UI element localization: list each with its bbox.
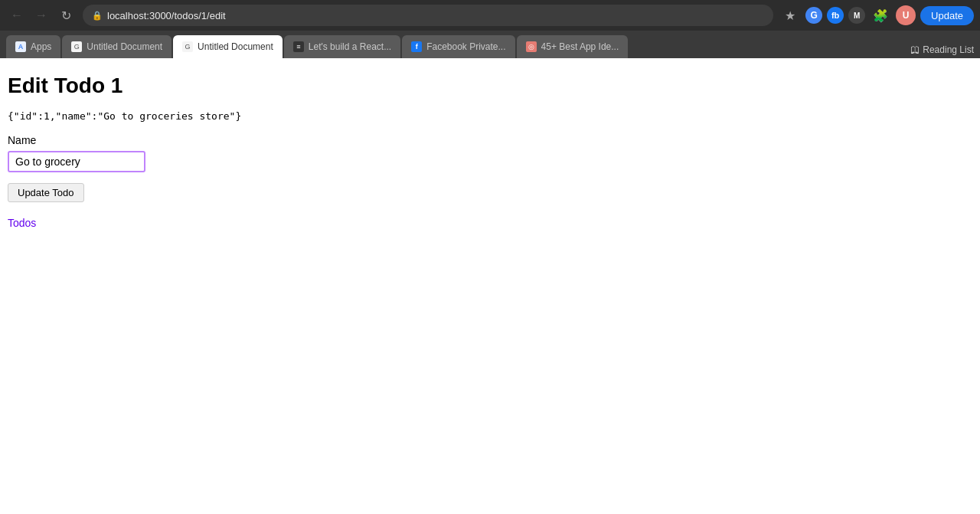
tab-favicon-facebook: f: [411, 41, 422, 52]
tab-favicon-apps: A: [15, 41, 26, 52]
forward-button[interactable]: →: [31, 5, 52, 26]
tabs-right: 🕮 Reading List: [910, 44, 974, 58]
name-input[interactable]: [8, 151, 145, 172]
browser-chrome: ← → ↻ 🔒 ★ G fb M 🧩 U Update A Apps G Unt…: [0, 0, 980, 58]
reading-list-icon: 🕮: [910, 44, 920, 55]
tab-untitled-1[interactable]: G Untitled Document: [62, 35, 172, 58]
tab-app-ideas[interactable]: ◎ 45+ Best App Ide...: [517, 35, 629, 58]
nav-buttons: ← → ↻: [6, 5, 77, 26]
tab-apps[interactable]: A Apps: [6, 35, 60, 58]
address-bar[interactable]: 🔒: [83, 5, 773, 26]
tab-label-untitled-2: Untitled Document: [198, 41, 273, 52]
page-content: Edit Todo 1 {"id":1,"name":"Go to grocer…: [0, 58, 980, 514]
medium-ext-icon[interactable]: M: [848, 7, 865, 24]
profile-avatar[interactable]: U: [896, 5, 916, 25]
reading-list-button[interactable]: 🕮 Reading List: [910, 44, 974, 55]
update-todo-button[interactable]: Update Todo: [8, 183, 84, 202]
reading-list-label: Reading List: [923, 44, 974, 55]
tab-label-untitled-1: Untitled Document: [87, 41, 162, 52]
back-button[interactable]: ←: [6, 5, 28, 26]
tab-favicon-react: ≡: [293, 41, 304, 52]
lock-icon: 🔒: [92, 11, 103, 21]
tabs-bar: A Apps G Untitled Document G Untitled Do…: [0, 31, 980, 58]
chrome-update-button[interactable]: Update: [920, 6, 974, 25]
tab-favicon-untitled-2: G: [182, 41, 193, 52]
toolbar-icons: ★ G fb M 🧩 U Update: [779, 5, 974, 26]
json-display: {"id":1,"name":"Go to groceries store"}: [8, 110, 972, 122]
tab-favicon-untitled-1: G: [71, 41, 82, 52]
tab-label-facebook: Facebook Private...: [426, 41, 505, 52]
tab-facebook[interactable]: f Facebook Private...: [402, 35, 514, 58]
tab-favicon-app-ideas: ◎: [526, 41, 537, 52]
tab-label-apps: Apps: [31, 41, 51, 52]
tab-untitled-2[interactable]: G Untitled Document: [173, 35, 283, 58]
name-label: Name: [8, 134, 972, 146]
todos-link[interactable]: Todos: [8, 217, 36, 229]
tab-label-app-ideas: 45+ Best App Ide...: [541, 41, 619, 52]
tab-label-react: Let's build a React...: [309, 41, 391, 52]
tab-react[interactable]: ≡ Let's build a React...: [284, 35, 400, 58]
reload-button[interactable]: ↻: [55, 5, 77, 26]
browser-toolbar: ← → ↻ 🔒 ★ G fb M 🧩 U Update: [0, 0, 980, 31]
page-title: Edit Todo 1: [8, 74, 972, 98]
google-ext-icon[interactable]: G: [805, 7, 822, 24]
star-icon[interactable]: ★: [779, 5, 801, 26]
url-input[interactable]: [107, 10, 764, 21]
meet-ext-icon[interactable]: fb: [827, 7, 844, 24]
extensions-icon[interactable]: 🧩: [870, 5, 891, 26]
